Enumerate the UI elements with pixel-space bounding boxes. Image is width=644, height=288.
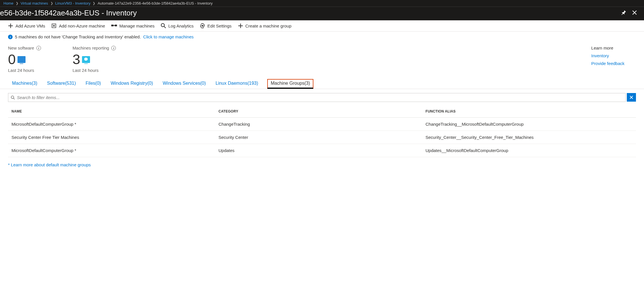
manage-machines-label: Manage machines xyxy=(119,23,155,28)
edit-settings-label: Edit Settings xyxy=(207,23,231,28)
command-bar: Add Azure VMs Add non-Azure machine Mana… xyxy=(0,20,644,31)
tab-bar: Machines(3) Software(531) Files(0) Windo… xyxy=(0,73,644,89)
log-analytics-label: Log Analytics xyxy=(168,23,194,28)
chevron-right-icon: ❯ xyxy=(16,1,18,5)
cell-category: Updates xyxy=(218,148,426,153)
stat-machines-sub: Last 24 hours xyxy=(73,68,116,73)
help-icon[interactable]: i xyxy=(36,46,41,50)
svg-rect-1 xyxy=(115,25,117,26)
table-row[interactable]: MicrosoftDefaultComputerGroup * Updates … xyxy=(8,144,636,157)
search-box[interactable] xyxy=(8,93,626,102)
monitor-icon xyxy=(17,56,26,63)
banner-link[interactable]: Click to manage machines xyxy=(143,34,194,39)
close-icon[interactable] xyxy=(632,10,637,16)
tab-registry[interactable]: Windows Registry(0) xyxy=(110,79,154,89)
add-azure-vms-button[interactable]: Add Azure VMs xyxy=(8,23,45,28)
cell-alias: Security_Center__Security_Center_Free_Ti… xyxy=(426,135,633,140)
svg-point-4 xyxy=(202,25,203,27)
cell-alias: ChangeTracking__MicrosoftDefaultComputer… xyxy=(426,122,633,127)
breadcrumb-linuxvm3[interactable]: LinuxVM3 - Inventory xyxy=(55,1,91,5)
machine-groups-table: NAME CATEGORY FUNCTION ALIAS MicrosoftDe… xyxy=(0,102,644,157)
add-azure-vms-label: Add Azure VMs xyxy=(15,23,45,28)
create-group-label: Create a machine group xyxy=(245,23,292,28)
stat-new-software: New software i 0 Last 24 hours xyxy=(8,46,41,73)
svg-point-3 xyxy=(161,23,164,27)
table-row[interactable]: Security Center Free Tier Machines Secur… xyxy=(8,131,636,144)
create-group-button[interactable]: Create a machine group xyxy=(238,23,292,28)
breadcrumb-vms[interactable]: Virtual machines xyxy=(21,1,48,5)
cell-name: MicrosoftDefaultComputerGroup * xyxy=(11,148,218,153)
breadcrumb: Home ❯ Virtual machines ❯ LinuxVM3 - Inv… xyxy=(0,0,644,7)
footnote-link[interactable]: * Learn more about default machine group… xyxy=(8,162,91,167)
tab-machine-groups[interactable]: Machine Groups(3) xyxy=(267,79,313,89)
clear-search-button[interactable] xyxy=(627,93,636,102)
pin-icon[interactable] xyxy=(621,10,626,16)
stat-machines-label: Machines reporting xyxy=(73,46,109,50)
stat-new-software-label: New software xyxy=(8,46,34,50)
cell-category: ChangeTracking xyxy=(218,122,426,127)
banner-text: 5 machines do not have 'Change Tracking … xyxy=(15,34,141,39)
tab-daemons[interactable]: Linux Daemons(193) xyxy=(215,79,259,89)
add-non-azure-button[interactable]: Add non-Azure machine xyxy=(51,23,105,28)
cell-alias: Updates__MicrosoftDefaultComputerGroup xyxy=(426,148,633,153)
tab-machines[interactable]: Machines(3) xyxy=(11,79,38,89)
tab-services[interactable]: Windows Services(0) xyxy=(162,79,206,89)
stat-machines-reporting: Machines reporting i 3 Last 24 hours xyxy=(73,46,116,73)
monitor-cube-icon xyxy=(82,56,90,63)
info-banner: i 5 machines do not have 'Change Trackin… xyxy=(0,31,644,40)
edit-settings-button[interactable]: Edit Settings xyxy=(200,23,231,28)
learn-more-title: Learn more xyxy=(591,46,625,50)
learn-more-panel: Learn more Inventory Provide feedback xyxy=(591,46,636,73)
svg-point-5 xyxy=(11,96,14,98)
svg-rect-0 xyxy=(111,25,114,26)
stat-new-software-value: 0 xyxy=(8,52,16,67)
stat-new-software-sub: Last 24 hours xyxy=(8,68,41,73)
col-category-header[interactable]: CATEGORY xyxy=(218,109,426,113)
learn-more-inventory-link[interactable]: Inventory xyxy=(591,53,625,58)
col-name-header[interactable]: NAME xyxy=(11,109,218,113)
stat-machines-value: 3 xyxy=(73,52,80,67)
cell-name: MicrosoftDefaultComputerGroup * xyxy=(11,122,218,127)
info-icon: i xyxy=(8,35,13,39)
log-analytics-button[interactable]: Log Analytics xyxy=(161,23,194,28)
learn-more-feedback-link[interactable]: Provide feedback xyxy=(591,61,625,66)
add-non-azure-label: Add non-Azure machine xyxy=(59,23,105,28)
tab-software[interactable]: Software(531) xyxy=(46,79,77,89)
chevron-right-icon: ❯ xyxy=(50,1,53,5)
search-icon xyxy=(11,95,15,100)
cell-category: Security Center xyxy=(218,135,426,140)
cell-name: Security Center Free Tier Machines xyxy=(11,135,218,140)
breadcrumb-home[interactable]: Home xyxy=(3,1,13,5)
chevron-right-icon: ❯ xyxy=(93,1,95,5)
page-title: e56-b3de-1f5842ae4a3b-EUS - Inventory xyxy=(0,9,137,17)
table-row[interactable]: MicrosoftDefaultComputerGroup * ChangeTr… xyxy=(8,118,636,131)
search-input[interactable] xyxy=(15,94,623,100)
col-alias-header[interactable]: FUNCTION ALIAS xyxy=(426,109,633,113)
svg-rect-2 xyxy=(114,25,115,26)
help-icon[interactable]: i xyxy=(111,46,116,50)
manage-machines-button[interactable]: Manage machines xyxy=(111,23,155,28)
tab-files[interactable]: Files(0) xyxy=(85,79,102,89)
breadcrumb-current: Automate-147a22e9-2356-4e56-b3de-1f5842a… xyxy=(97,1,212,5)
